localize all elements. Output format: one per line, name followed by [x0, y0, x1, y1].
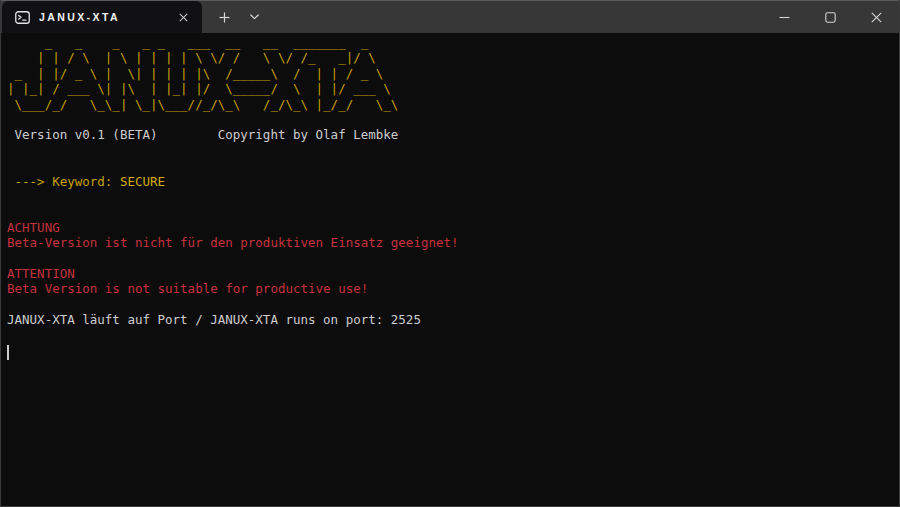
ascii-banner-line: _ | |/ _ \ | \| | | | |\ /_____\ / | | /…	[7, 66, 899, 81]
titlebar[interactable]: JANUX-XTA	[1, 0, 899, 33]
ascii-banner-line: \___/_/ \_\_| \_|\___//_/\_\ /_/\_\ |_/_…	[7, 97, 899, 112]
window-controls	[761, 1, 899, 33]
tab-close-button[interactable]	[174, 8, 192, 26]
warning-en-title: ATTENTION	[7, 266, 899, 281]
minimize-button[interactable]	[761, 1, 807, 33]
keyword-value: SECURE	[120, 174, 165, 189]
tab-janux-xta[interactable]: JANUX-XTA	[2, 1, 202, 33]
plus-icon	[219, 12, 230, 23]
warning-de-title: ACHTUNG	[7, 220, 899, 235]
port-info-line: JANUX-XTA läuft auf Port / JANUX-XTA run…	[7, 312, 899, 327]
prompt-line	[7, 343, 899, 358]
minimize-icon	[779, 12, 790, 23]
ascii-banner-line: | | / \ | \ | | | | \ \/ / \ \/ /_ _|/ \	[7, 50, 899, 65]
warning-en-text: Beta Version is not suitable for product…	[7, 281, 899, 296]
ascii-banner-line: | |_| / ___ \| |\ | |_| |/ \_____/ \ | |…	[7, 81, 899, 96]
blank-line	[7, 158, 899, 173]
blank-line	[7, 112, 899, 127]
close-icon	[179, 13, 188, 22]
keyword-line: ---> Keyword: SECURE	[7, 174, 899, 189]
maximize-button[interactable]	[807, 1, 853, 33]
tab-dropdown-button[interactable]	[241, 1, 267, 33]
blank-line	[7, 204, 899, 219]
close-icon	[871, 12, 882, 23]
chevron-down-icon	[250, 14, 259, 20]
new-tab-button[interactable]	[209, 1, 239, 33]
maximize-icon	[825, 12, 836, 23]
keyword-label: ---> Keyword:	[7, 174, 120, 189]
tab-title: JANUX-XTA	[39, 11, 120, 23]
ascii-banner-line: _ _ _ _ _ ___ __ __ _______ _	[7, 35, 899, 50]
version-copyright-line: Version v0.1 (BETA) Copyright by Olaf Le…	[7, 127, 899, 142]
titlebar-drag-region[interactable]	[267, 1, 761, 33]
terminal-prompt-icon	[15, 11, 30, 24]
warning-de-text: Beta-Version ist nicht für den produktiv…	[7, 235, 899, 250]
blank-line	[7, 251, 899, 266]
blank-line	[7, 143, 899, 158]
terminal-viewport[interactable]: _ _ _ _ _ ___ __ __ _______ _ | | / \ | …	[1, 33, 899, 506]
blank-line	[7, 297, 899, 312]
blank-line	[7, 189, 899, 204]
terminal-window: JANUX-XTA	[0, 0, 900, 507]
terminal-cursor	[7, 345, 9, 360]
blank-line	[7, 328, 899, 343]
close-window-button[interactable]	[853, 1, 899, 33]
